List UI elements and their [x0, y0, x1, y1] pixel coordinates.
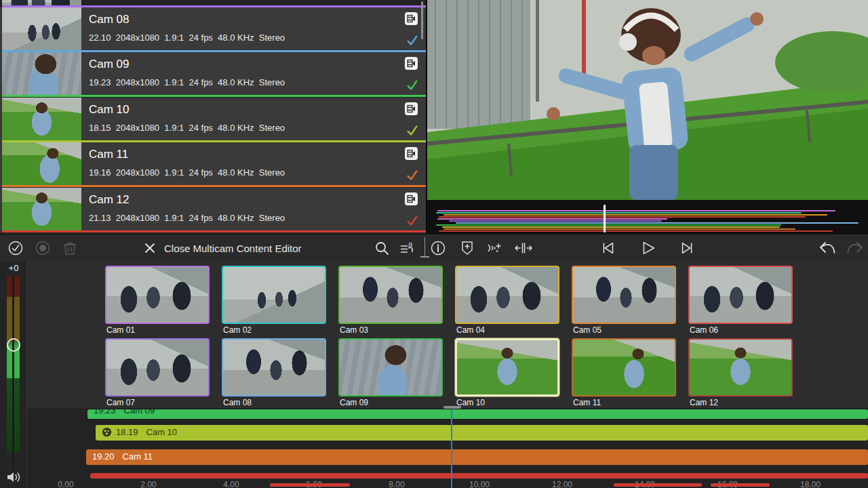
toolbar: Close Multicam Content Editor a: [0, 234, 868, 261]
angle-label: Cam 05: [572, 325, 679, 335]
overview-track-line: [443, 228, 795, 230]
timeline-clip-label: 18.19 Cam 10: [102, 427, 177, 437]
clip-title: Cam 10: [89, 103, 130, 117]
record-button[interactable]: [35, 240, 51, 256]
timeline-playhead[interactable]: [451, 409, 452, 488]
audio-level-meter-left: [7, 277, 12, 453]
angle-label: Cam 01: [105, 325, 212, 335]
pane-divider-handle[interactable]: [420, 256, 429, 258]
previous-frame-button[interactable]: [599, 239, 616, 257]
clip-metadata: 19.23 2048x1080 1.9:1 24 fps 48.0 KHz St…: [89, 77, 285, 87]
multicam-sync-overview[interactable]: [426, 200, 868, 234]
angle-card[interactable]: Cam 04: [455, 266, 562, 335]
angle-card[interactable]: Cam 06: [688, 266, 795, 335]
angle-label: Cam 08: [222, 398, 329, 407]
clip-row[interactable]: Cam 09 19.23 2048x1080 1.9:1 24 fps 48.0…: [0, 52, 426, 97]
angle-thumbnail: [455, 338, 559, 396]
ruler-time-label: 12.00: [552, 480, 572, 488]
close-multicam-editor-button[interactable]: Close Multicam Content Editor: [144, 235, 302, 262]
volume-slider-track: [13, 277, 14, 468]
angle-label: Cam 04: [455, 325, 562, 335]
search-icon[interactable]: [374, 240, 390, 256]
volume-slider-knob[interactable]: [7, 338, 20, 352]
angle-thumbnail: [688, 338, 793, 396]
angle-card[interactable]: Cam 11: [572, 338, 679, 407]
angle-card[interactable]: Cam 09: [338, 338, 446, 407]
clip-name: Cam 09: [124, 409, 155, 415]
delete-button[interactable]: [62, 240, 77, 256]
multicam-editor-app: Cam 08 22.10 2048x1080 1.9:1 24 fps 48.0…: [0, 0, 868, 488]
angle-label: Cam 07: [105, 398, 212, 407]
clip-color-underline: [2, 95, 426, 97]
trim-edit-button[interactable]: [514, 240, 533, 256]
clip-row[interactable]: Cam 10 18.15 2048x1080 1.9:1 24 fps 48.0…: [0, 98, 426, 142]
info-button[interactable]: [430, 240, 446, 256]
angle-thumbnail: [572, 266, 676, 324]
overview-track-line: [456, 222, 859, 224]
gain-label: +0: [0, 263, 27, 273]
angle-card[interactable]: Cam 10: [455, 338, 562, 407]
angle-card[interactable]: Cam 02: [222, 266, 329, 335]
angle-thumbnail: [222, 266, 326, 324]
clip-color-underline: [2, 185, 426, 187]
add-marker-button[interactable]: [460, 240, 475, 256]
audio-waveform-fragment: [270, 483, 350, 487]
angle-card[interactable]: Cam 12: [688, 338, 795, 407]
timeline-clip-label: 19.20 Cam 11: [92, 451, 153, 462]
audio-waveform-fragment: [614, 483, 702, 487]
next-frame-button[interactable]: [679, 239, 696, 257]
audio-level-meter-right: [14, 277, 20, 453]
angle-card[interactable]: Cam 03: [338, 266, 446, 335]
clip-row[interactable]: Cam 11 19.16 2048x1080 1.9:1 24 fps 48.0…: [0, 142, 426, 187]
clip-row[interactable]: Cam 12 21.13 2048x1080 1.9:1 24 fps 48.0…: [0, 188, 426, 232]
clip-duration: 18.19: [116, 427, 138, 437]
angle-thumbnail: [572, 338, 676, 396]
overview-track-line: [442, 226, 780, 228]
video-audio-media-icon: [405, 12, 418, 25]
angle-thumbnail: [688, 266, 793, 324]
redo-button[interactable]: [846, 239, 865, 257]
overview-track-line: [449, 220, 662, 222]
play-button[interactable]: [639, 239, 656, 257]
angle-card[interactable]: Cam 08: [222, 338, 329, 407]
clip-check-icon: [406, 214, 418, 226]
sort-by-name-icon[interactable]: a: [399, 241, 415, 256]
add-audio-sync-button[interactable]: [485, 240, 504, 256]
timeline-audio-track[interactable]: [90, 473, 868, 479]
clip-thumbnail: [2, 98, 81, 140]
angle-card[interactable]: Cam 07: [105, 338, 212, 407]
clip-check-icon: [406, 169, 418, 181]
ruler-time-label: 2.00: [140, 480, 156, 488]
clip-row-partial[interactable]: [0, 0, 426, 7]
angle-grid-panel: Cam 01 Cam 02 Cam 03 Cam 04 Cam 05 Cam 0…: [27, 261, 868, 409]
video-preview[interactable]: [426, 0, 868, 200]
clip-color-underline: [2, 230, 426, 232]
clip-row[interactable]: Cam 08 22.10 2048x1080 1.9:1 24 fps 48.0…: [0, 7, 426, 52]
angle-thumbnail: [105, 266, 210, 324]
scrollbar[interactable]: [421, 1, 423, 39]
overview-track-line: [443, 214, 827, 216]
pane-divider: [425, 237, 425, 256]
clip-name: Cam 10: [146, 427, 178, 437]
undo-button[interactable]: [818, 239, 837, 257]
clip-duration: 19.23: [94, 409, 116, 415]
clip-duration: 19.20: [92, 451, 115, 462]
overview-playhead[interactable]: [604, 205, 606, 232]
clip-thumbnail: [2, 7, 81, 50]
timeline-clip[interactable]: 19.20 Cam 11: [86, 449, 868, 465]
angle-label: Cam 02: [222, 325, 329, 335]
clip-title: Cam 12: [89, 193, 130, 207]
confirm-selection-button[interactable]: [7, 240, 24, 256]
ruler-time-label: 18.00: [800, 480, 821, 488]
angle-label: Cam 10: [455, 398, 562, 407]
speaker-icon[interactable]: [5, 470, 22, 485]
angle-label: Cam 11: [572, 398, 679, 407]
angle-card[interactable]: Cam 05: [572, 266, 679, 335]
close-editor-label: Close Multicam Content Editor: [164, 243, 302, 254]
clip-thumbnail: [2, 188, 81, 230]
panel-resize-handle[interactable]: [443, 406, 461, 409]
timeline-clip[interactable]: 18.19 Cam 10: [96, 425, 868, 441]
angle-card[interactable]: Cam 01: [105, 266, 212, 335]
timeline-clip[interactable]: 19.23 Cam 09: [87, 409, 868, 419]
video-audio-media-icon: [405, 57, 418, 70]
